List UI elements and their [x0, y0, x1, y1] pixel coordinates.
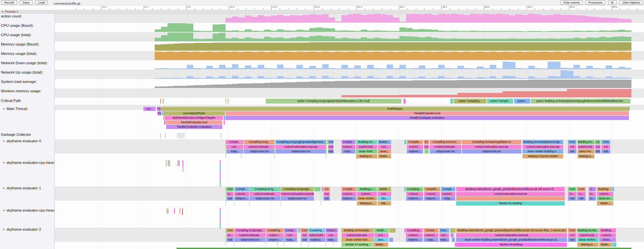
collapse-arrow-icon[interactable]: ▼: [3, 108, 5, 110]
slice-skyframe-evaluator-2[interactable]: [300, 228, 301, 233]
slice-skyframe-evaluator-2[interactable]: Building ...: [599, 228, 616, 233]
slice-main-thread[interactable]: buildTargets: [161, 107, 629, 111]
slice-skyframe-evaluator-1[interactable]: sub: [323, 196, 330, 201]
slice-skyframe-evaluator-0[interactable]: sub: [601, 149, 610, 154]
slice-main-thread[interactable]: [162, 111, 163, 115]
slice-critical-path[interactable]: action...: [514, 99, 530, 104]
slice-skyframe-evaluator-2[interactable]: Javac worker Buil...: [341, 238, 374, 242]
slice-skyframe-evaluator-1[interactable]: Building...: [597, 187, 612, 191]
slice-skyframe-evaluator-0[interactable]: subproc...: [407, 149, 423, 154]
slice-skyframe-evaluator-1[interactable]: Javac wo...: [597, 196, 613, 201]
slice-skyframe-evaluator-2[interactable]: Worker #7 working: [341, 243, 372, 247]
slice-main-thread[interactable]: [224, 120, 225, 124]
slice-skyframe-evaluator-1[interactable]: Compili...: [341, 187, 356, 191]
slice-skyframe-evaluator-1[interactable]: Wai...: [378, 201, 391, 205]
slice-skyframe-evaluator-2[interactable]: Ac...: [226, 233, 234, 237]
slice-skyframe-evaluator-2[interactable]: Com...: [439, 228, 449, 233]
slice-skyframe-evaluator-2[interactable]: ActionC...: [406, 233, 423, 237]
slice-main-thread[interactable]: Parallel Evaluator evaluation: [226, 116, 629, 120]
slice-skyframe-evaluator-2[interactable]: ActionC...: [599, 233, 616, 237]
slice-skyframe-evaluator-0[interactable]: Javac wor...: [578, 149, 594, 154]
slice-skyframe-evaluator-2[interactable]: Com: [568, 228, 576, 233]
slice-skyframe-evaluator-1[interactable]: [612, 187, 614, 191]
slice-skyframe-evaluator-2[interactable]: Acti...: [284, 233, 297, 237]
slice-skyframe-evaluator-0[interactable]: Javac...: [378, 149, 391, 154]
slice-skyframe-evaluator-2[interactable]: sub: [301, 238, 308, 242]
slice-main-thread[interactable]: [224, 116, 225, 120]
collapse-arrow-icon[interactable]: ▼: [3, 228, 5, 231]
slice-skyframe-evaluator-1[interactable]: Buildi...: [378, 187, 391, 191]
slice-skyframe-evaluator-1[interactable]: [404, 187, 406, 191]
slice-skyframe-evaluator-2[interactable]: ActionC...: [266, 233, 284, 237]
slice-skyframe-evaluator-0[interactable]: subp...: [328, 149, 333, 154]
slice-critical-path[interactable]: action 'Compiling...: [454, 99, 486, 104]
slice-main-thread[interactable]: [163, 116, 165, 120]
slice-skyframe-evaluator-1[interactable]: Ac...: [226, 192, 234, 196]
slice-skyframe-evaluator-2[interactable]: ActionContinuation.execute: [456, 233, 567, 237]
slice-skyframe-evaluator-0[interactable]: Waiting to...: [356, 154, 377, 158]
slice-skyframe-evaluator-1[interactable]: subproc...: [424, 196, 440, 201]
slice-skyframe-evaluator-0[interactable]: ActionConti...: [356, 145, 377, 149]
slice-critical-path[interactable]: [403, 99, 406, 104]
collapse-arrow-icon[interactable]: ▼: [3, 209, 5, 212]
slice-skyframe-evaluator-0[interactable]: ActionContinuation.execute: [523, 145, 563, 149]
slice-skyframe-evaluator-0[interactable]: Compiling src/google/protobuf/generat...: [275, 140, 326, 144]
slice-skyframe-evaluator-0[interactable]: Act: [595, 145, 601, 149]
track-label-main-thread[interactable]: ▼Main Thread: [3, 107, 27, 111]
slice-skyframe-evaluator-0[interactable]: Buildin...: [378, 140, 391, 144]
slice-skyframe-evaluator-2[interactable]: [298, 228, 299, 233]
slice-skyframe-evaluator-1[interactable]: Compiling ...: [406, 187, 423, 191]
slice-skyframe-evaluator-1[interactable]: Ac...: [589, 192, 596, 196]
slice-skyframe-evaluator-1[interactable]: subprocess.run: [250, 196, 280, 201]
slice-skyframe-evaluator-0[interactable]: Waiting to borrow worker: [523, 154, 563, 158]
slice-skyframe-evaluator-2[interactable]: Compi...: [284, 228, 297, 233]
slice-skyframe-evaluator-2[interactable]: Waitin...: [373, 243, 388, 247]
slice-main-thread[interactable]: Par: [158, 111, 161, 115]
slice-skyframe-evaluator-2[interactable]: [452, 238, 455, 242]
slice-skyframe-evaluator-1[interactable]: Ac...: [577, 192, 586, 196]
slice-skyframe-evaluator-2[interactable]: [404, 228, 406, 233]
slice-skyframe-evaluator-0[interactable]: subprocess.run: [462, 149, 521, 154]
slice-skyframe-evaluator-2[interactable]: Acti...: [374, 233, 389, 237]
slice-skyframe-evaluator-1[interactable]: [314, 187, 320, 191]
slice-skyframe-evaluator-0[interactable]: [327, 140, 328, 144]
slice-skyframe-evaluator-1[interactable]: ActionC...: [357, 192, 377, 196]
slice-skyframe-evaluator-0[interactable]: [404, 140, 406, 144]
metadata-button[interactable]: M: [608, 0, 617, 5]
slice-skyframe-evaluator-0[interactable]: Javac worker Building s...: [523, 149, 563, 154]
slice-skyframe-evaluator-0[interactable]: Act: [424, 145, 429, 149]
slice-main-thread[interactable]: Parallel Evaluator evaluation: [166, 125, 222, 129]
slice-skyframe-evaluator-1[interactable]: Building s...: [357, 187, 377, 191]
slice-skyframe-evaluator-1[interactable]: Co: [323, 187, 330, 191]
slice-skyframe-evaluator-1[interactable]: subproc...: [341, 196, 356, 201]
slice-skyframe-evaluator-1[interactable]: ActionC...: [406, 192, 423, 196]
slice-skyframe-evaluator-0[interactable]: subprocess.run: [275, 149, 326, 154]
slice-skyframe-evaluator-1[interactable]: ActionC...: [341, 192, 356, 196]
slice-skyframe-evaluator-2[interactable]: Compiling ...: [309, 228, 325, 233]
slice-skyframe-evaluator-1[interactable]: ActionC...: [424, 192, 440, 196]
slice-skyframe-evaluator-2[interactable]: Building external/com_google_protobuf/ja…: [456, 228, 567, 233]
slice-critical-path[interactable]: [450, 99, 453, 104]
slice-skyframe-evaluator-2[interactable]: subproc...: [406, 238, 423, 242]
slice-skyframe-evaluator-2[interactable]: Waiting to...: [577, 243, 599, 247]
track-label-skyframe-evaluator-cpu-heavy-1[interactable]: ▼skyframe-evaluator-cpu-heavy-: [3, 161, 55, 164]
slice-skyframe-evaluator-2[interactable]: sub: [226, 238, 234, 242]
slice-skyframe-evaluator-1[interactable]: su...: [589, 196, 596, 201]
slice-main-thread[interactable]: runAnalysisPhase: [163, 111, 225, 115]
slice-skyframe-evaluator-2[interactable]: ActionContinuati...: [341, 233, 374, 237]
slice-skyframe-evaluator-1[interactable]: Compil...: [441, 187, 455, 191]
slice-main-thread[interactable]: ParallelEvaluator.eval: [226, 111, 629, 115]
collapse-arrow-icon[interactable]: ▼: [2, 11, 4, 13]
slice-skyframe-evaluator-1[interactable]: Worker #1 working: [456, 201, 565, 205]
collapse-arrow-icon[interactable]: ▼: [3, 140, 5, 142]
slice-skyframe-evaluator-1[interactable]: Ac...: [568, 192, 576, 196]
slice-skyframe-evaluator-0[interactable]: Co: [424, 140, 429, 144]
collapse-arrow-icon[interactable]: ▼: [3, 162, 5, 164]
slice-skyframe-evaluator-1[interactable]: Building external/com_google_protobuf/ja…: [456, 187, 565, 191]
slice-skyframe-evaluator-2[interactable]: Com: [226, 228, 234, 233]
slice-skyframe-evaluator-2[interactable]: Acti...: [326, 233, 338, 237]
slice-skyframe-evaluator-0[interactable]: Acti...: [378, 145, 391, 149]
view-options-button[interactable]: View Options: [619, 0, 643, 5]
slice-critical-path[interactable]: action 'Building src/main/java/com/googl…: [531, 99, 630, 104]
slice-main-thread[interactable]: ParallelEvaluator.eval: [166, 120, 222, 124]
